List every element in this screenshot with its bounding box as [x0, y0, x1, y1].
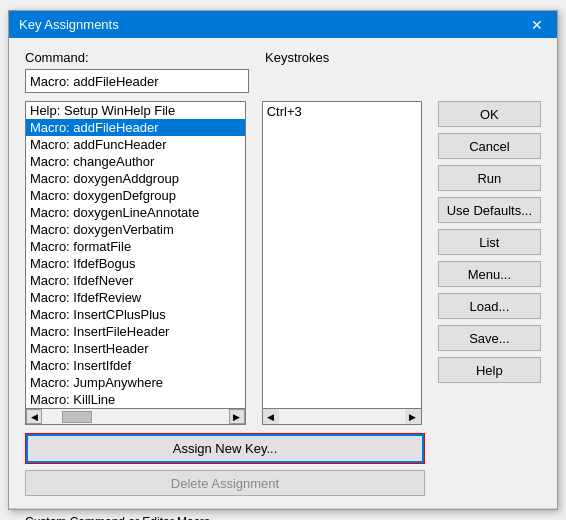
list-item[interactable]: Macro: InsertCPlusPlus — [26, 306, 245, 323]
list-item[interactable]: Macro: KillLine — [26, 391, 245, 408]
middle-section: Assign New Key... Delete Assignment — [25, 433, 541, 496]
keystroke-label: Keystrokes — [265, 50, 425, 65]
command-list-frame: Help: Setup WinHelp FileMacro: addFileHe… — [25, 101, 246, 425]
list-item[interactable]: Macro: IfdefNever — [26, 272, 245, 289]
btn-side-spacer — [441, 433, 541, 496]
ks-scroll-left[interactable]: ◀ — [263, 409, 279, 424]
dialog-title: Key Assignments — [19, 17, 119, 32]
save-button[interactable]: Save... — [438, 325, 541, 351]
list-item[interactable]: Macro: doxygenAddgroup — [26, 170, 245, 187]
list-item[interactable]: Help: Setup WinHelp File — [26, 102, 245, 119]
list-item[interactable]: Macro: doxygenVerbatim — [26, 221, 245, 238]
menu-button[interactable]: Menu... — [438, 261, 541, 287]
list-item[interactable]: Macro: IfdefBogus — [26, 255, 245, 272]
hscroll-left-btn[interactable]: ◀ — [26, 409, 42, 424]
list-item[interactable]: Macro: InsertHeader — [26, 340, 245, 357]
list-button[interactable]: List — [438, 229, 541, 255]
title-bar: Key Assignments ✕ — [9, 11, 557, 38]
help-button[interactable]: Help — [438, 357, 541, 383]
list-item[interactable]: Macro: JumpAnywhere — [26, 374, 245, 391]
cancel-button[interactable]: Cancel — [438, 133, 541, 159]
hscroll-thumb[interactable] — [62, 411, 92, 423]
button-col: OK Cancel Run Use Defaults... List Menu.… — [438, 101, 541, 425]
list-item[interactable]: Macro: formatFile — [26, 238, 245, 255]
list-item[interactable]: Macro: addFuncHeader — [26, 136, 245, 153]
dialog-body: Command: Keystrokes Help: Setup WinHelp … — [9, 38, 557, 508]
list-item[interactable]: Macro: changeAuthor — [26, 153, 245, 170]
command-section: Command: — [25, 50, 249, 93]
list-item[interactable]: Macro: doxygenLineAnnotate — [26, 204, 245, 221]
keystroke-section-top: Keystrokes — [265, 50, 425, 93]
status-text: Custom Command or Editor Macro. — [25, 515, 214, 520]
load-button[interactable]: Load... — [438, 293, 541, 319]
hscroll-bar[interactable]: ◀ ▶ — [25, 409, 246, 425]
keystroke-scroll[interactable]: ◀ ▶ — [262, 409, 422, 425]
close-button[interactable]: ✕ — [527, 18, 547, 32]
list-item[interactable]: Macro: addFileHeader — [26, 119, 245, 136]
ok-button[interactable]: OK — [438, 101, 541, 127]
command-label: Command: — [25, 50, 249, 65]
list-item[interactable]: Macro: InsertFileHeader — [26, 323, 245, 340]
delete-assignment-button[interactable]: Delete Assignment — [25, 470, 425, 496]
ks-scroll-right[interactable]: ▶ — [405, 409, 421, 424]
status-bar: Custom Command or Editor Macro. — [9, 508, 557, 520]
keystroke-col: Ctrl+3 ◀ ▶ — [262, 101, 422, 425]
key-assignments-dialog: Key Assignments ✕ Command: Keystrokes He… — [8, 10, 558, 510]
keystroke-entry: Ctrl+3 — [267, 104, 417, 119]
list-item[interactable]: Macro: InsertIfdef — [26, 357, 245, 374]
assign-delete-col: Assign New Key... Delete Assignment — [25, 433, 425, 496]
command-list[interactable]: Help: Setup WinHelp FileMacro: addFileHe… — [25, 101, 246, 409]
use-defaults-button[interactable]: Use Defaults... — [438, 197, 541, 223]
list-item[interactable]: Macro: IfdefReview — [26, 289, 245, 306]
hscroll-track — [42, 409, 229, 424]
hscroll-right-btn[interactable]: ▶ — [229, 409, 245, 424]
command-input[interactable] — [25, 69, 249, 93]
assign-new-key-button[interactable]: Assign New Key... — [25, 433, 425, 464]
button-col-spacer — [441, 50, 541, 93]
keystroke-list[interactable]: Ctrl+3 — [262, 101, 422, 409]
list-item[interactable]: Macro: doxygenDefgroup — [26, 187, 245, 204]
top-row: Command: Keystrokes — [25, 50, 541, 93]
ks-scroll-track — [279, 409, 405, 424]
main-row: Help: Setup WinHelp FileMacro: addFileHe… — [25, 101, 541, 425]
run-button[interactable]: Run — [438, 165, 541, 191]
